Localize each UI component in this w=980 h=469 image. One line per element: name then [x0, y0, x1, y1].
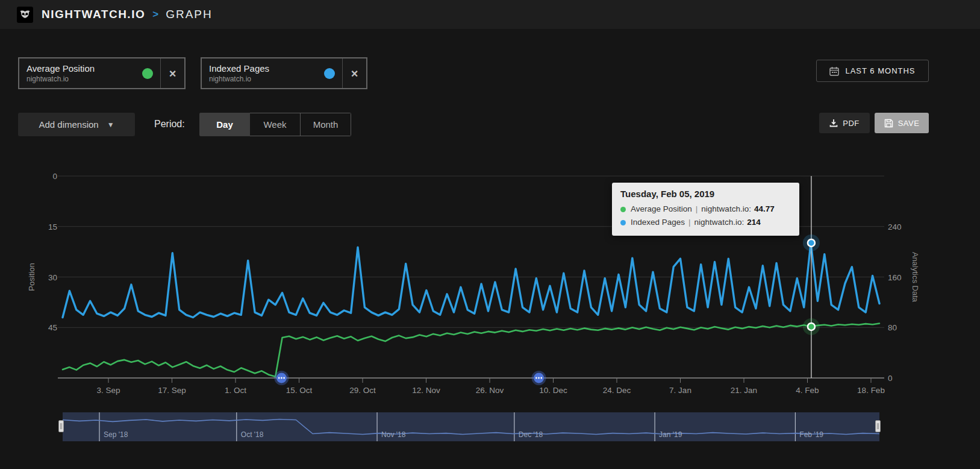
metric-card-indexed-pages[interactable]: Indexed Pages nightwatch.io × — [201, 57, 367, 89]
navigator-canvas[interactable] — [63, 412, 879, 441]
metric-subtitle: nightwatch.io — [27, 75, 142, 83]
annotation-marker[interactable] — [532, 371, 546, 385]
date-range-button[interactable]: LAST 6 MONTHS — [816, 60, 929, 82]
x-axis-label: 15. Oct — [286, 386, 313, 395]
save-icon — [884, 119, 893, 128]
indexed-pages-marker — [808, 239, 815, 247]
breadcrumb-chevron-icon: > — [152, 8, 158, 20]
annotation-marker[interactable] — [274, 371, 289, 385]
chevron-down-icon: ▼ — [107, 121, 114, 129]
owl-icon — [19, 9, 31, 20]
metric-title: Average Position — [27, 63, 142, 74]
tooltip-row-average-position: Average Position | nightwatch.io: 44.77 — [620, 203, 791, 216]
x-axis-label: 18. Feb — [857, 386, 885, 395]
metric-card-average-position[interactable]: Average Position nightwatch.io × — [18, 57, 186, 89]
x-axis-label: 26. Nov — [476, 386, 504, 395]
x-axis-label: 10. Dec — [539, 386, 567, 395]
period-week-button[interactable]: Week — [250, 113, 301, 136]
x-axis-label: 12. Nov — [412, 386, 440, 395]
tooltip-series-label: Indexed Pages — [631, 216, 685, 229]
brand-name[interactable]: NIGHTWATCH.IO — [42, 8, 145, 21]
left-axis-tick: 45 — [48, 323, 57, 332]
metric-color-dot — [142, 68, 153, 79]
right-axis-title: Analytics Data — [911, 252, 920, 303]
average-position-line — [63, 324, 879, 377]
top-nav: NIGHTWATCH.IO > GRAPH — [0, 0, 980, 29]
main-chart[interactable]: 3. Sep17. Sep1. Oct15. Oct29. Oct12. Nov… — [0, 162, 980, 400]
close-icon: × — [351, 68, 358, 80]
metric-color-dot — [324, 68, 335, 79]
close-icon: × — [169, 68, 176, 80]
app-root: NIGHTWATCH.IO > GRAPH Average Position n… — [0, 0, 980, 469]
add-dimension-label: Add dimension — [39, 119, 98, 130]
series-color-dot — [620, 220, 626, 225]
period-day-button[interactable]: Day — [199, 113, 250, 136]
left-axis-tick: 0 — [52, 172, 57, 181]
series-color-dot — [620, 207, 626, 212]
right-axis-tick: 240 — [888, 222, 902, 231]
chart-tooltip: Tuesday, Feb 05, 2019 Average Position |… — [612, 183, 799, 236]
x-axis-label: 17. Sep — [158, 386, 186, 395]
x-axis-label: 1. Oct — [225, 386, 246, 395]
chart-canvas[interactable]: 3. Sep17. Sep1. Oct15. Oct29. Oct12. Nov… — [0, 162, 980, 400]
metric-card-text: Average Position nightwatch.io — [19, 63, 142, 83]
left-axis-tick: 30 — [48, 273, 57, 282]
tooltip-series-label: Average Position — [631, 203, 692, 216]
tooltip-value: 44.77 — [754, 203, 775, 216]
pdf-label: PDF — [843, 119, 860, 128]
nightwatch-logo[interactable] — [17, 7, 33, 23]
indexed-pages-line — [63, 243, 879, 318]
x-axis-label: 29. Oct — [349, 386, 376, 395]
right-axis-tick: 160 — [888, 273, 902, 282]
date-range-label: LAST 6 MONTHS — [845, 66, 915, 75]
tooltip-value: 214 — [747, 216, 761, 229]
x-axis-label: 3. Sep — [96, 386, 120, 395]
metric-title: Indexed Pages — [209, 63, 324, 74]
navigator-right-handle[interactable] — [875, 420, 881, 432]
tooltip-site: nightwatch.io: — [701, 203, 751, 216]
metric-card-text: Indexed Pages nightwatch.io — [202, 63, 324, 83]
right-axis-tick: 0 — [888, 374, 893, 383]
remove-metric-button[interactable]: × — [160, 58, 184, 88]
average-position-marker — [808, 323, 815, 330]
navigator-left-handle[interactable] — [58, 420, 64, 432]
range-navigator[interactable]: Sep '18Oct '18Nov '18Dec '18Jan '19Feb '… — [63, 412, 879, 441]
remove-metric-button[interactable]: × — [342, 58, 366, 88]
period-label: Period: — [154, 119, 185, 130]
period-month-button[interactable]: Month — [301, 113, 351, 136]
x-axis-label: 7. Jan — [669, 386, 691, 395]
navigator-background — [63, 412, 879, 441]
x-axis-label: 4. Feb — [796, 386, 819, 395]
tooltip-separator: | — [688, 216, 691, 229]
left-axis-tick: 15 — [48, 222, 57, 231]
right-axis-tick: 80 — [888, 323, 897, 332]
download-icon — [829, 119, 838, 127]
x-axis-label: 21. Jan — [731, 386, 757, 395]
period-toggle: Day Week Month — [199, 113, 351, 136]
tooltip-row-indexed-pages: Indexed Pages | nightwatch.io: 214 — [620, 216, 791, 229]
left-axis-title: Position — [27, 263, 36, 291]
save-label: SAVE — [898, 119, 920, 128]
x-axis-label: 24. Dec — [603, 386, 631, 395]
tooltip-site: nightwatch.io: — [694, 216, 744, 229]
calendar-icon — [829, 66, 839, 76]
add-dimension-button[interactable]: Add dimension ▼ — [18, 113, 135, 136]
tooltip-date: Tuesday, Feb 05, 2019 — [620, 189, 791, 199]
save-button[interactable]: SAVE — [875, 113, 929, 133]
metric-subtitle: nightwatch.io — [209, 75, 324, 83]
page-title: GRAPH — [166, 8, 213, 21]
tooltip-separator: | — [696, 203, 698, 216]
pdf-export-button[interactable]: PDF — [819, 113, 870, 133]
